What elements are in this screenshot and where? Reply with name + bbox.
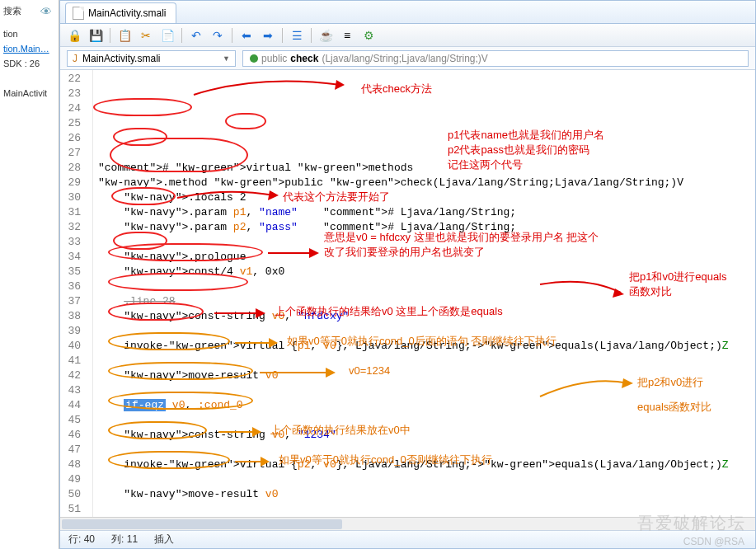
line-number: 34 xyxy=(60,250,81,265)
cut-icon[interactable]: ✂ xyxy=(137,26,155,45)
code-line[interactable] xyxy=(98,413,755,428)
line-number: 45 xyxy=(60,413,81,428)
tab-bar: MainActivity.smali xyxy=(60,1,755,24)
line-number: 23 xyxy=(60,87,81,101)
line-number: 41 xyxy=(60,354,81,368)
separator xyxy=(110,28,110,43)
code-line[interactable] xyxy=(98,502,755,517)
chevron-down-icon: ▼ xyxy=(223,54,230,63)
line-gutter: 2223242526272829303132333435363738394041… xyxy=(60,70,93,517)
save-icon[interactable]: 💾 xyxy=(87,26,105,45)
line-number: 49 xyxy=(60,472,81,487)
separator xyxy=(282,28,283,43)
status-row-label: 行: xyxy=(68,533,81,545)
line-number: 24 xyxy=(60,101,81,116)
method-modifier: public xyxy=(261,53,287,64)
line-number: 48 xyxy=(60,458,81,472)
code-line[interactable]: invoke-"kw-green">virtual {p1, v0}, Ljav… xyxy=(98,339,755,354)
line-number: 36 xyxy=(60,279,81,294)
file-icon xyxy=(73,7,84,20)
code-line[interactable]: invoke-"kw-green">virtual {p2, v0}, Ljav… xyxy=(98,458,755,472)
separator xyxy=(311,28,312,43)
file-dropdown[interactable]: J MainActivity.smali ▼ xyxy=(67,50,236,67)
code-line[interactable] xyxy=(98,472,755,487)
main-panel: MainActivity.smali 🔒 💾 📋 ✂ 📄 ↶ ↷ ⬅ ➡ ☰ ☕… xyxy=(59,0,756,549)
code-line[interactable]: if-eqz v0, :cond_0 xyxy=(98,398,755,413)
status-row: 40 xyxy=(84,533,95,545)
method-name: check xyxy=(290,53,318,64)
back-icon[interactable]: ⬅ xyxy=(237,26,256,45)
code-line[interactable]: "comment"># "kw-green">virtual "kw-green… xyxy=(98,161,755,176)
method-icon xyxy=(250,54,258,63)
line-number: 50 xyxy=(60,487,81,502)
paste-icon[interactable]: 📄 xyxy=(158,26,176,45)
code-line[interactable] xyxy=(98,131,755,146)
code-line[interactable] xyxy=(98,354,755,368)
sidebar-search[interactable]: 搜索 xyxy=(3,5,40,17)
undo-icon[interactable]: ↶ xyxy=(187,26,205,45)
method-signature: (Ljava/lang/String;Ljava/lang/String;)V xyxy=(322,53,487,64)
code-line[interactable]: "kw-navy">.method "kw-green">public "kw-… xyxy=(98,176,755,190)
code-line[interactable] xyxy=(98,146,755,161)
method-dropdown[interactable]: public check (Ljava/lang/String;Ljava/la… xyxy=(242,50,749,67)
code-line[interactable]: "kw-navy">move-result v0 xyxy=(98,368,755,383)
code-line[interactable]: "kw-navy">move-result v0 xyxy=(98,487,755,502)
status-bar: 行: 40 列: 11 插入 xyxy=(60,530,755,548)
java-icon[interactable]: ☕ xyxy=(317,26,335,45)
visibility-icon[interactable]: 👁 xyxy=(40,5,52,18)
scroll-thumb[interactable] xyxy=(62,519,342,529)
code-line[interactable]: "kw-navy">const/4 v1, 0x0 xyxy=(98,265,755,279)
tab-label: MainActivity.smali xyxy=(88,7,166,19)
tab-active[interactable]: MainActivity.smali xyxy=(65,2,176,23)
redo-icon[interactable]: ↷ xyxy=(209,26,227,45)
code-area[interactable]: "comment"># "kw-green">virtual "kw-green… xyxy=(93,70,755,517)
settings-icon[interactable]: ⚙ xyxy=(359,26,378,45)
copy-icon[interactable]: 📋 xyxy=(115,26,134,45)
separator xyxy=(232,28,232,43)
line-number: 28 xyxy=(60,161,81,176)
line-number: 51 xyxy=(60,502,81,517)
code-line[interactable]: "kw-navy">.param p1, "name" "comment"># … xyxy=(98,205,755,220)
lock-icon[interactable]: 🔒 xyxy=(65,26,83,45)
code-line[interactable]: "kw-navy">const-string v0, "1234" xyxy=(98,428,755,443)
line-number: 32 xyxy=(60,220,81,235)
editor[interactable]: 2223242526272829303132333435363738394041… xyxy=(60,70,755,517)
sidebar: 👁 搜索 tion tion.Main… SDK : 26 MainActivi… xyxy=(0,0,59,549)
sidebar-item[interactable]: MainActivit xyxy=(3,88,55,98)
code-line[interactable]: .line 28 xyxy=(98,294,755,309)
code-line[interactable] xyxy=(98,443,755,458)
sidebar-item[interactable]: tion xyxy=(3,29,55,39)
code-line[interactable] xyxy=(98,383,755,398)
line-number: 25 xyxy=(60,116,81,131)
file-dropdown-label: MainActivity.smali xyxy=(82,53,160,64)
code-line[interactable]: "kw-navy">const-string v0, "hfdcxy" xyxy=(98,309,755,324)
line-number: 37 xyxy=(60,294,81,309)
status-mode: 插入 xyxy=(154,533,174,547)
code-line[interactable] xyxy=(98,324,755,339)
line-number: 22 xyxy=(60,72,81,87)
code-line[interactable]: "kw-navy">.locals 2 xyxy=(98,190,755,205)
code-line[interactable]: "kw-navy">.prologue xyxy=(98,250,755,265)
horizontal-scrollbar[interactable] xyxy=(60,517,755,530)
sidebar-item[interactable]: tion.Main… xyxy=(3,44,55,54)
annotation: 代表check方法 xyxy=(361,82,432,96)
line-number: 46 xyxy=(60,428,81,443)
code-line[interactable]: "kw-navy">.param p2, "pass" "comment"># … xyxy=(98,220,755,235)
line-number: 29 xyxy=(60,176,81,190)
toolbar: 🔒 💾 📋 ✂ 📄 ↶ ↷ ⬅ ➡ ☰ ☕ ≡ ⚙ xyxy=(60,24,755,47)
code-line[interactable] xyxy=(98,279,755,294)
line-number: 27 xyxy=(60,146,81,161)
tree-icon[interactable]: ☰ xyxy=(288,26,306,45)
line-number: 30 xyxy=(60,190,81,205)
line-number: 47 xyxy=(60,443,81,458)
line-number: 33 xyxy=(60,235,81,250)
code-line[interactable] xyxy=(98,235,755,250)
line-number: 40 xyxy=(60,339,81,354)
line-number: 35 xyxy=(60,265,81,279)
sidebar-item: SDK : 26 xyxy=(3,59,55,68)
forward-icon[interactable]: ➡ xyxy=(259,26,277,45)
line-number: 31 xyxy=(60,205,81,220)
align-icon[interactable]: ≡ xyxy=(338,26,356,45)
java-file-icon: J xyxy=(73,53,77,64)
line-number: 43 xyxy=(60,383,81,398)
